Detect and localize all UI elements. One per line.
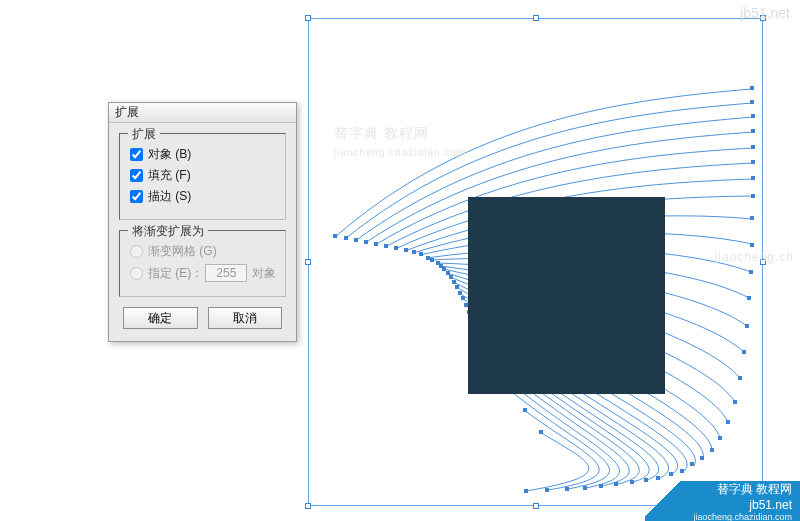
handle-s[interactable]	[533, 503, 539, 509]
spec-suffix: 对象	[252, 265, 276, 282]
radio-spec-label: 指定 (E)：	[148, 265, 203, 282]
group-expand: 扩展 对象 (B) 填充 (F) 描边 (S)	[119, 133, 286, 220]
banner-site: jb51.net	[749, 498, 792, 512]
radio-mesh-label: 渐变网格 (G)	[148, 243, 217, 260]
dialog-title: 扩展	[115, 104, 139, 121]
expand-dialog[interactable]: 扩展 扩展 对象 (B) 填充 (F) 描边 (S) 将渐变扩展为 渐变网格 (…	[108, 102, 297, 342]
selection-bounding-box[interactable]	[308, 18, 763, 506]
radio-row-spec: 指定 (E)： 对象	[128, 264, 277, 282]
handle-sw[interactable]	[305, 503, 311, 509]
checkbox-row-stroke[interactable]: 描边 (S)	[128, 188, 277, 205]
checkbox-row-object[interactable]: 对象 (B)	[128, 146, 277, 163]
dialog-titlebar[interactable]: 扩展	[109, 103, 296, 123]
banner-site-cn: 替字典 教程网	[717, 481, 792, 498]
watermark-top: jb51.net	[740, 5, 790, 21]
checkbox-row-fill[interactable]: 填充 (F)	[128, 167, 277, 184]
radio-spec	[130, 267, 143, 280]
ok-button[interactable]: 确定	[123, 307, 198, 329]
checkbox-object[interactable]	[130, 148, 143, 161]
dialog-button-row: 确定 取消	[119, 307, 286, 329]
watermark-side: jiaocheng.ch	[715, 250, 794, 264]
checkbox-fill[interactable]	[130, 169, 143, 182]
spec-count-input	[205, 264, 247, 282]
group-expand-legend: 扩展	[128, 126, 160, 143]
watermark-mid: 替字典 教程网 jiaocheng.chazidian.com	[334, 125, 467, 159]
handle-w[interactable]	[305, 259, 311, 265]
radio-mesh	[130, 245, 143, 258]
site-corner-banner: 替字典 教程网 jb51.net jiaocheng.chazidian.com	[645, 481, 800, 521]
cancel-button[interactable]: 取消	[208, 307, 283, 329]
checkbox-stroke[interactable]	[130, 190, 143, 203]
checkbox-stroke-label: 描边 (S)	[148, 188, 191, 205]
group-gradient: 将渐变扩展为 渐变网格 (G) 指定 (E)： 对象	[119, 230, 286, 297]
group-gradient-legend: 将渐变扩展为	[128, 223, 208, 240]
banner-url: jiaocheng.chazidian.com	[693, 512, 792, 522]
handle-nw[interactable]	[305, 15, 311, 21]
handle-n[interactable]	[533, 15, 539, 21]
checkbox-fill-label: 填充 (F)	[148, 167, 191, 184]
dialog-body: 扩展 对象 (B) 填充 (F) 描边 (S) 将渐变扩展为 渐变网格 (G)	[109, 123, 296, 341]
radio-row-mesh: 渐变网格 (G)	[128, 243, 277, 260]
checkbox-object-label: 对象 (B)	[148, 146, 191, 163]
